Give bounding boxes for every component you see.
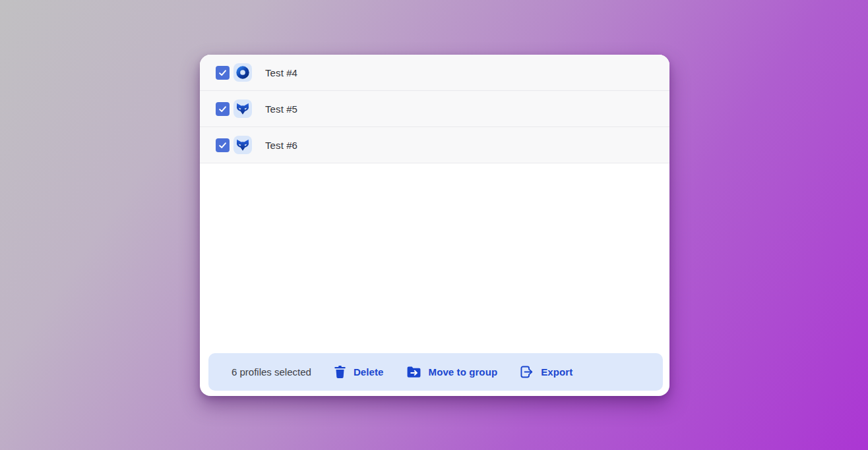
move-to-group-button-label: Move to group	[429, 366, 498, 378]
row-checkbox-checked[interactable]	[216, 138, 230, 152]
export-button[interactable]: Export	[520, 365, 573, 379]
profile-name: Test #4	[265, 67, 297, 78]
profile-row[interactable]: Test #5	[200, 91, 669, 127]
profile-list: Test #4 Test	[200, 55, 669, 163]
profile-row[interactable]: Test #6	[200, 127, 669, 163]
row-checkbox-checked[interactable]	[216, 66, 230, 80]
checkmark-icon	[218, 140, 228, 150]
delete-button[interactable]: Delete	[334, 365, 384, 379]
profile-name: Test #6	[265, 140, 297, 151]
orbita-ring-profile-icon	[233, 63, 252, 82]
trash-icon	[334, 365, 346, 379]
selection-count-text: 6 profiles selected	[232, 366, 311, 378]
export-button-label: Export	[541, 366, 573, 378]
checkmark-icon	[218, 68, 228, 78]
profile-name: Test #5	[265, 103, 297, 115]
fox-profile-icon	[233, 99, 252, 118]
profile-row[interactable]: Test #4	[200, 55, 669, 91]
export-icon	[520, 365, 534, 379]
folder-move-icon	[406, 366, 421, 378]
selection-action-bar: 6 profiles selected Delete Move to group…	[208, 353, 663, 391]
row-checkbox-checked[interactable]	[216, 102, 230, 116]
profile-list-panel: Test #4 Test	[200, 55, 669, 396]
move-to-group-button[interactable]: Move to group	[406, 366, 498, 378]
delete-button-label: Delete	[354, 366, 384, 378]
fox-profile-icon	[233, 136, 252, 154]
checkmark-icon	[218, 104, 228, 114]
